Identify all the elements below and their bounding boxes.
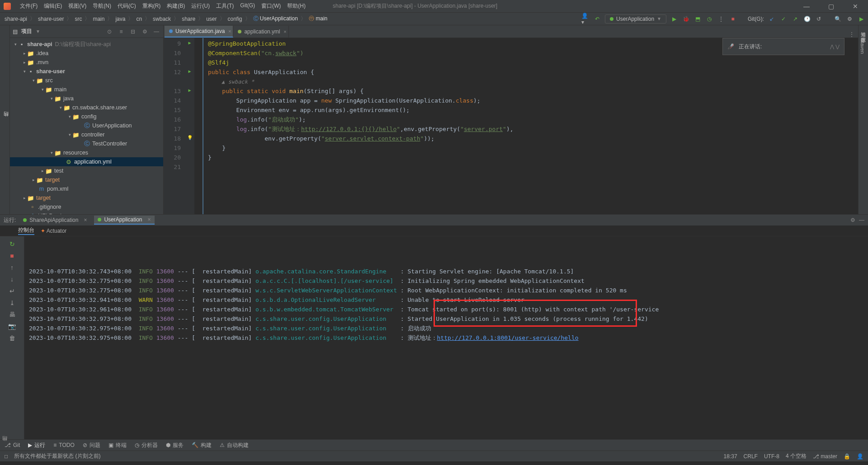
subtab-actuator[interactable]: ✦ Actuator <box>41 228 66 234</box>
down-icon[interactable]: ↓ <box>0 273 24 285</box>
tree-src[interactable]: src <box>45 77 53 84</box>
git-history-icon[interactable]: 🕐 <box>803 15 811 23</box>
microphone-icon[interactable]: 🎤̸ <box>727 43 734 50</box>
menu-item[interactable]: Git(G) <box>237 1 258 11</box>
menu-item[interactable]: 代码(C) <box>115 1 139 11</box>
git-push-icon[interactable]: ↗ <box>791 15 799 23</box>
breadcrumb-item[interactable]: swback <box>151 15 173 23</box>
rail-item[interactable]: 数据库 <box>859 31 868 36</box>
wrap-icon[interactable]: ↵ <box>0 285 24 297</box>
tree-root[interactable]: share-api <box>27 41 52 47</box>
run-hide-icon[interactable]: — <box>859 217 864 223</box>
tree-config[interactable]: config <box>81 113 96 120</box>
close-button[interactable]: ✕ <box>846 3 864 10</box>
breadcrumb-item[interactable]: share <box>180 15 197 23</box>
code-area[interactable]: @SpringBootApplication @ComponentScan("c… <box>194 38 858 214</box>
breadcrumb-item[interactable]: share-api <box>3 15 29 23</box>
scroll-icon[interactable]: ⤓ <box>0 297 24 309</box>
run-configuration-select[interactable]: UserApplication ▼ <box>605 14 666 23</box>
status-crlf[interactable]: CRLF <box>744 453 758 460</box>
coverage-button[interactable]: ⬒ <box>693 15 702 23</box>
tree-pkg[interactable]: cn.swback.share.user <box>72 104 127 111</box>
close-icon[interactable]: × <box>283 29 286 34</box>
tree-test-controller[interactable]: TestController <box>92 141 127 147</box>
status-user-icon[interactable]: 👤 <box>857 453 863 460</box>
tab-user-application[interactable]: UserApplication.java × <box>165 26 233 38</box>
menu-item[interactable]: 窗口(W) <box>259 1 283 11</box>
breadcrumb-item[interactable]: src <box>73 15 84 23</box>
tree-share-user[interactable]: share-user <box>36 68 65 75</box>
tree-help[interactable]: HELP.md <box>38 213 61 214</box>
breadcrumb-item[interactable]: cn <box>134 15 144 23</box>
rerun-icon[interactable]: ↻ <box>0 238 24 250</box>
run-tab-userapplication[interactable]: UserApplication× <box>94 216 154 225</box>
build-tool[interactable]: 🔨 构建 <box>192 442 212 449</box>
breadcrumb-item[interactable]: main <box>91 15 106 23</box>
collapse-all-icon[interactable]: ⊟ <box>129 28 137 35</box>
search-icon[interactable]: 🔍 <box>834 15 842 23</box>
status-icon[interactable]: □ <box>5 453 8 460</box>
expand-all-icon[interactable]: ≡ <box>117 28 125 35</box>
breadcrumb-item[interactable]: config <box>226 15 244 23</box>
todo-tool[interactable]: ≡ TODO <box>53 442 74 448</box>
services-tool[interactable]: ⬢ 服务 <box>166 442 184 449</box>
tree-java[interactable]: java <box>63 95 74 102</box>
run-tool[interactable]: ▶ 运行 <box>28 442 45 449</box>
ai-run-icon[interactable]: ▶ <box>857 15 865 23</box>
debug-button[interactable]: 🐞 <box>682 15 690 23</box>
status-encoding[interactable]: UTF-8 <box>764 453 779 460</box>
run-settings-icon[interactable]: ⚙ <box>850 217 855 223</box>
run-tab-shareapi[interactable]: ShareApiApplication× <box>19 216 90 224</box>
breadcrumb-item[interactable]: java <box>113 15 127 23</box>
breadcrumb-item[interactable]: share-user <box>36 15 66 23</box>
back-hammer-icon[interactable]: ↶ <box>593 15 601 23</box>
tree-idea[interactable]: .idea <box>36 50 48 56</box>
git-rollback-icon[interactable]: ↺ <box>815 15 823 23</box>
menu-item[interactable]: 文件(F) <box>17 1 40 11</box>
status-indent[interactable]: 4 个空格 <box>786 452 807 460</box>
status-branch[interactable]: ⎇ master <box>813 453 837 460</box>
stop-icon[interactable]: ■ <box>0 250 24 262</box>
profiler-button[interactable]: ◷ <box>705 15 713 23</box>
tree-main[interactable]: main <box>54 86 66 93</box>
tab-overflow-icon[interactable]: ⋮ <box>845 31 858 38</box>
stop-button[interactable]: ■ <box>729 15 737 23</box>
maximize-button[interactable]: ▢ <box>822 3 840 10</box>
run-button[interactable]: ▶ <box>670 15 678 23</box>
menu-item[interactable]: 导航(N) <box>90 1 114 11</box>
minimize-button[interactable]: — <box>797 3 816 10</box>
tree-mvn[interactable]: .mvn <box>36 59 48 66</box>
tree-application-yml[interactable]: application.yml <box>74 159 112 165</box>
breadcrumb-item[interactable]: Ⓒ UserApplication <box>251 14 300 23</box>
tree-target-outer[interactable]: target <box>36 195 51 201</box>
settings-icon[interactable]: ⚙ <box>845 15 854 23</box>
up-icon[interactable]: ↑ <box>0 262 24 273</box>
tree-pom[interactable]: pom.xml <box>47 186 68 192</box>
tree-user-application[interactable]: UserApplication <box>92 122 132 129</box>
rail-item[interactable]: 通知 <box>859 25 868 31</box>
tree-gitignore[interactable]: .gitignore <box>38 204 61 210</box>
hide-icon[interactable]: — <box>152 28 160 35</box>
tree-target-inner[interactable]: target <box>45 177 60 183</box>
breadcrumb-item[interactable]: ⓜ main <box>307 14 329 23</box>
select-opened-icon[interactable]: ⊙ <box>105 28 113 35</box>
tree-resources[interactable]: resources <box>63 150 88 156</box>
menu-item[interactable]: 帮助(H) <box>284 1 308 11</box>
minimize-popup-icon[interactable]: ⋀ <box>830 44 834 49</box>
rail-item[interactable]: 结构 <box>3 118 9 123</box>
profiler-tool[interactable]: ◷ 分析器 <box>135 442 158 449</box>
camera-icon[interactable]: 📷 <box>0 320 24 332</box>
autobuild-tool[interactable]: ⚠ 自动构建 <box>220 442 249 449</box>
breadcrumb-item[interactable]: user <box>204 15 218 23</box>
menu-item[interactable]: 重构(R) <box>140 1 164 11</box>
menu-item[interactable]: 编辑(E) <box>41 1 65 11</box>
tree-controller[interactable]: controller <box>81 132 104 138</box>
chevron-down-icon[interactable]: ▼ <box>36 29 40 34</box>
subtab-console[interactable]: 控制台 <box>18 226 34 235</box>
close-icon[interactable]: × <box>228 28 231 34</box>
editor-body[interactable]: 9101112131415161718192021 ▶▶ ▶ 💡 @Spring… <box>164 38 858 214</box>
expand-popup-icon[interactable]: ⋁ <box>835 44 840 49</box>
menu-item[interactable]: 工具(T) <box>213 1 236 11</box>
user-icon[interactable]: 👤▾ <box>581 15 590 23</box>
git-tool[interactable]: ⎇ Git <box>5 442 20 448</box>
